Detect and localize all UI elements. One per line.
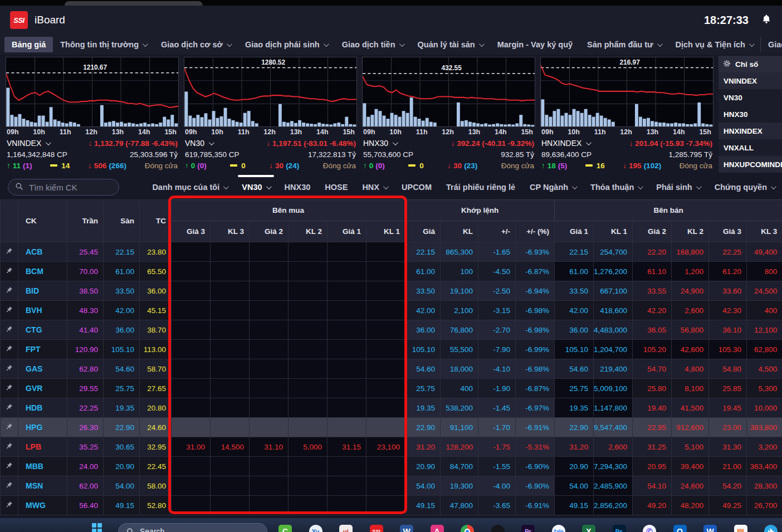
buy-cell[interactable] bbox=[172, 457, 211, 476]
ticker-cell[interactable]: GVR bbox=[18, 379, 67, 398]
ssi-logo[interactable]: SSI bbox=[10, 11, 28, 29]
nav-item-1[interactable]: Bảng giá bbox=[4, 37, 53, 52]
matched-cell[interactable]: -6.94% bbox=[516, 281, 555, 301]
index-name[interactable]: HNXINDEX bbox=[541, 139, 590, 148]
nav-item-2[interactable]: Thông tin thị trường bbox=[53, 37, 154, 52]
pin-icon[interactable] bbox=[1, 281, 18, 301]
pin-icon[interactable] bbox=[1, 496, 18, 515]
matched-cell[interactable]: -1.70 bbox=[478, 418, 516, 437]
buy-cell[interactable] bbox=[250, 379, 289, 398]
buy-cell[interactable] bbox=[366, 496, 405, 515]
sell-cell[interactable]: 23.00 bbox=[709, 418, 747, 437]
sell-cell[interactable]: 168,800 bbox=[672, 242, 709, 262]
sell-cell[interactable]: 42,600 bbox=[672, 340, 709, 359]
nav-item-5[interactable]: Giao dịch tiền bbox=[335, 37, 410, 52]
buy-cell[interactable] bbox=[289, 281, 328, 301]
ticker-cell[interactable]: HPG bbox=[18, 418, 67, 437]
buy-cell[interactable] bbox=[172, 340, 211, 359]
pin-icon[interactable] bbox=[1, 398, 18, 418]
tab-vn30[interactable]: VN30 bbox=[234, 175, 277, 199]
buy-cell[interactable] bbox=[328, 457, 366, 476]
sell-cell[interactable]: 7,294,300 bbox=[594, 457, 633, 476]
tab-hnx[interactable]: HNX bbox=[355, 175, 394, 199]
buy-cell[interactable] bbox=[250, 418, 289, 437]
zalo-icon[interactable]: Zalo bbox=[552, 525, 565, 532]
buy-cell[interactable] bbox=[328, 242, 366, 262]
buy-cell[interactable] bbox=[328, 398, 366, 418]
matched-cell[interactable]: -6.87% bbox=[516, 379, 555, 398]
matched-cell[interactable]: 22.90 bbox=[405, 418, 441, 437]
matched-cell[interactable]: -6.87% bbox=[516, 262, 555, 281]
sell-cell[interactable]: 36.05 bbox=[633, 320, 672, 340]
sell-cell[interactable]: 33.60 bbox=[709, 281, 747, 301]
buy-cell[interactable] bbox=[328, 262, 366, 281]
buy-cell[interactable] bbox=[211, 359, 250, 379]
pin-icon[interactable] bbox=[1, 476, 18, 496]
matched-cell[interactable]: -7.90 bbox=[478, 340, 516, 359]
sell-cell[interactable]: 62,800 bbox=[747, 340, 782, 359]
buy-cell[interactable]: 31.10 bbox=[250, 437, 289, 457]
matched-cell[interactable]: 76,800 bbox=[441, 320, 478, 340]
sell-cell[interactable]: 39,400 bbox=[672, 457, 709, 476]
matched-cell[interactable]: 54.00 bbox=[405, 476, 441, 496]
sell-cell[interactable]: 54.20 bbox=[709, 476, 747, 496]
sell-cell[interactable]: 25.80 bbox=[633, 379, 672, 398]
ticker-cell[interactable]: CTG bbox=[18, 320, 67, 340]
notes-icon[interactable]: ▤ bbox=[734, 525, 747, 532]
ssi-icon[interactable]: SSI bbox=[370, 525, 383, 532]
buy-cell[interactable] bbox=[211, 281, 250, 301]
ticker-cell[interactable]: MSN bbox=[18, 476, 67, 496]
matched-cell[interactable]: 105.10 bbox=[405, 340, 441, 359]
ticker-cell[interactable]: HDB bbox=[18, 398, 67, 418]
sell-cell[interactable]: 383,800 bbox=[747, 418, 782, 437]
matched-cell[interactable]: -1.75 bbox=[478, 437, 516, 457]
unikey-icon[interactable]: ui bbox=[339, 525, 353, 532]
buy-cell[interactable] bbox=[366, 359, 405, 379]
matched-cell[interactable]: 22.15 bbox=[405, 242, 441, 262]
word2-icon[interactable]: W bbox=[703, 525, 717, 532]
buy-cell[interactable] bbox=[328, 496, 366, 515]
buy-cell[interactable] bbox=[289, 301, 328, 320]
sell-cell[interactable]: 418,600 bbox=[594, 301, 633, 320]
matched-cell[interactable]: -4.10 bbox=[478, 359, 516, 379]
sell-cell[interactable]: 24,900 bbox=[672, 281, 709, 301]
buy-cell[interactable] bbox=[289, 398, 328, 418]
windows-start-icon[interactable] bbox=[92, 523, 102, 532]
pink-app-icon[interactable]: A bbox=[431, 525, 444, 532]
buy-cell[interactable] bbox=[172, 262, 211, 281]
buy-cell[interactable]: 23,100 bbox=[366, 437, 405, 457]
buy-cell[interactable] bbox=[172, 398, 211, 418]
buy-cell[interactable] bbox=[250, 281, 289, 301]
nav-item-10[interactable]: Giao diện của tôi bbox=[760, 37, 782, 52]
sell-cell[interactable]: 31.20 bbox=[555, 437, 594, 457]
sidebar-item-vnindex[interactable]: VNINDEX bbox=[719, 72, 782, 89]
ticker-cell[interactable]: BCM bbox=[18, 262, 67, 281]
matched-cell[interactable]: -6.97% bbox=[516, 398, 555, 418]
ticker-cell[interactable]: MWG bbox=[18, 496, 67, 515]
buy-cell[interactable] bbox=[328, 281, 366, 301]
buy-cell[interactable] bbox=[366, 418, 405, 437]
sell-cell[interactable]: 22.90 bbox=[555, 418, 594, 437]
matched-cell[interactable]: 61.00 bbox=[405, 262, 441, 281]
buy-cell[interactable] bbox=[289, 320, 328, 340]
sell-cell[interactable]: 19.40 bbox=[633, 398, 672, 418]
buy-cell[interactable] bbox=[366, 301, 405, 320]
sell-cell[interactable]: 54.00 bbox=[555, 476, 594, 496]
viber-icon[interactable]: ✆ bbox=[643, 525, 656, 532]
sell-cell[interactable]: 2,600 bbox=[594, 437, 633, 457]
buy-cell[interactable] bbox=[172, 418, 211, 437]
buy-cell[interactable] bbox=[250, 476, 289, 496]
sell-cell[interactable]: 20.90 bbox=[555, 457, 594, 476]
buy-cell[interactable]: 14,500 bbox=[211, 437, 250, 457]
sell-cell[interactable]: 12,100 bbox=[747, 320, 782, 340]
nav-item-3[interactable]: Giao dịch cơ sở bbox=[154, 37, 238, 52]
premiere-icon[interactable]: Pr bbox=[521, 525, 535, 532]
index-chart-hnx30[interactable]: 432.55 bbox=[362, 57, 535, 127]
matched-cell[interactable]: -1.45 bbox=[478, 398, 516, 418]
buy-cell[interactable] bbox=[211, 496, 250, 515]
buy-cell[interactable] bbox=[366, 281, 405, 301]
index-chart-vnindex[interactable]: 1210.67 bbox=[6, 57, 179, 127]
matched-cell[interactable]: 91,100 bbox=[441, 418, 478, 437]
buy-cell[interactable] bbox=[366, 340, 405, 359]
nav-item-8[interactable]: Sản phẩm đầu tư bbox=[580, 37, 668, 52]
